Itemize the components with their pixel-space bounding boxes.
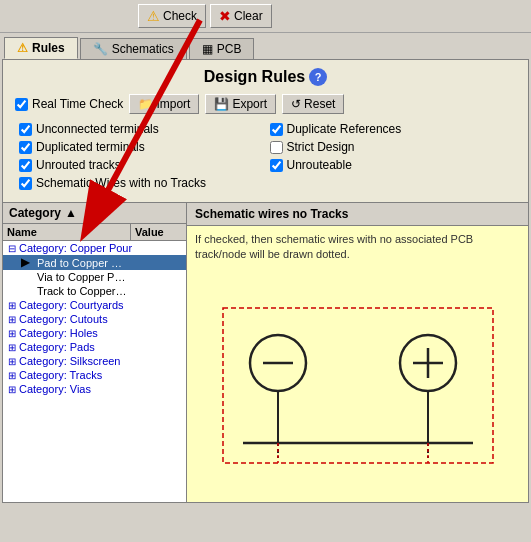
check-unconnected: Unconnected terminals — [19, 122, 262, 136]
pad-copper-label: Pad to Copper Pour — [33, 257, 129, 269]
category-silkscreen[interactable]: ⊞ Category: Silkscreen — [3, 354, 186, 368]
rules-tab-label: Rules — [32, 41, 65, 55]
check-button[interactable]: ⚠ Check — [138, 4, 206, 28]
category-header-label: Category — [9, 206, 61, 220]
checkbox-grid: Unconnected terminals Duplicate Referenc… — [11, 122, 520, 172]
col-name-header: Name — [3, 224, 131, 240]
category-pads-label: Category: Pads — [19, 341, 95, 353]
schematics-tab-icon: 🔧 — [93, 42, 108, 56]
reset-button[interactable]: ↺ Reset — [282, 94, 344, 114]
export-button[interactable]: 💾 Export — [205, 94, 276, 114]
category-copper-pour[interactable]: ⊟ Category: Copper Pour — [3, 241, 186, 255]
list-columns: Name Value — [3, 224, 186, 241]
category-vias-label: Category: Vias — [19, 383, 91, 395]
check-label: Check — [163, 9, 197, 23]
tabs-bar: ⚠ Rules 🔧 Schematics ▦ PCB — [0, 33, 531, 59]
via-copper-label: Via to Copper Pour — [33, 271, 129, 283]
tab-pcb[interactable]: ▦ PCB — [189, 38, 255, 59]
schematic-wires-row: Schematic Wires with no Tracks — [11, 172, 520, 194]
import-icon: 📁 — [138, 97, 153, 111]
reset-icon: ↺ — [291, 97, 301, 111]
clear-label: Clear — [234, 9, 263, 23]
check-duplicated-terminals: Duplicated terminals — [19, 140, 262, 154]
duplicated-terminals-label: Duplicated terminals — [36, 140, 145, 154]
track-copper-label: Track to Copper P... — [33, 285, 129, 297]
bottom-area: Category ▲ Name Value ⊟ Category: Copper… — [2, 203, 529, 503]
unrouteable-label: Unrouteable — [287, 158, 352, 172]
check-strict-design: Strict Design — [270, 140, 513, 154]
unrouted-tracks-label: Unrouted tracks — [36, 158, 121, 172]
category-tracks-label: Category: Tracks — [19, 369, 102, 381]
row-arrow-icon: ▶ — [21, 256, 33, 269]
schematic-diagram — [187, 269, 528, 502]
check-unrouted-tracks: Unrouted tracks — [19, 158, 262, 172]
category-vias[interactable]: ⊞ Category: Vias — [3, 382, 186, 396]
tooltip-description: If checked, then schematic wires with no… — [187, 226, 528, 269]
right-panel: Schematic wires no Tracks If checked, th… — [187, 203, 529, 503]
duplicated-terminals-checkbox[interactable] — [19, 141, 32, 154]
import-button[interactable]: 📁 Import — [129, 94, 199, 114]
col-value-header: Value — [131, 224, 186, 240]
unrouteable-checkbox[interactable] — [270, 159, 283, 172]
track-to-copper-pour-item[interactable]: Track to Copper P... — [3, 284, 186, 298]
panel-title: Design Rules — [204, 68, 305, 86]
expand-pads-icon: ⊞ — [5, 342, 19, 353]
schematics-tab-label: Schematics — [112, 42, 174, 56]
expand-courtyards-icon: ⊞ — [5, 300, 19, 311]
category-silkscreen-label: Category: Silkscreen — [19, 355, 121, 367]
category-courtyards-label: Category: Courtyards — [19, 299, 124, 311]
expand-cutouts-icon: ⊞ — [5, 314, 19, 325]
duplicate-refs-checkbox[interactable] — [270, 123, 283, 136]
title-row: Design Rules ? — [11, 68, 520, 86]
clear-icon: ✖ — [219, 8, 231, 24]
schematic-wires-label: Schematic Wires with no Tracks — [36, 176, 206, 190]
category-cutouts-label: Category: Cutouts — [19, 313, 108, 325]
schematic-wires-checkbox[interactable] — [19, 177, 32, 190]
left-panel: Category ▲ Name Value ⊟ Category: Copper… — [2, 203, 187, 503]
category-copper-pour-label: Category: Copper Pour — [19, 242, 132, 254]
pcb-tab-label: PCB — [217, 42, 242, 56]
category-courtyards[interactable]: ⊞ Category: Courtyards — [3, 298, 186, 312]
list-body: ⊟ Category: Copper Pour ▶ Pad to Copper … — [3, 241, 186, 502]
unrouted-tracks-checkbox[interactable] — [19, 159, 32, 172]
realtime-check-label: Real Time Check — [32, 97, 123, 111]
category-tracks[interactable]: ⊞ Category: Tracks — [3, 368, 186, 382]
tab-schematics[interactable]: 🔧 Schematics — [80, 38, 187, 59]
expand-vias-icon: ⊞ — [5, 384, 19, 395]
help-icon[interactable]: ? — [309, 68, 327, 86]
pad-to-copper-pour-item[interactable]: ▶ Pad to Copper Pour — [3, 255, 186, 270]
expand-icon: ⊟ — [5, 243, 19, 254]
pcb-tab-icon: ▦ — [202, 42, 213, 56]
unconnected-checkbox[interactable] — [19, 123, 32, 136]
export-icon: 💾 — [214, 97, 229, 111]
expand-holes-icon: ⊞ — [5, 328, 19, 339]
list-header: Category ▲ — [3, 203, 186, 224]
sort-asc-icon: ▲ — [65, 206, 77, 220]
category-holes-label: Category: Holes — [19, 327, 98, 339]
via-to-copper-pour-item[interactable]: Via to Copper Pour — [3, 270, 186, 284]
check-duplicate-refs: Duplicate References — [270, 122, 513, 136]
check-unrouteable: Unrouteable — [270, 158, 513, 172]
realtime-check-checkbox[interactable] — [15, 98, 28, 111]
duplicate-refs-label: Duplicate References — [287, 122, 402, 136]
tooltip-header: Schematic wires no Tracks — [187, 203, 528, 226]
expand-tracks-icon: ⊞ — [5, 370, 19, 381]
category-pads[interactable]: ⊞ Category: Pads — [3, 340, 186, 354]
strict-design-label: Strict Design — [287, 140, 355, 154]
rules-tab-icon: ⚠ — [17, 41, 28, 55]
warn-icon: ⚠ — [147, 8, 160, 24]
design-rules-panel: Design Rules ? Real Time Check 📁 Import … — [2, 59, 529, 203]
category-holes[interactable]: ⊞ Category: Holes — [3, 326, 186, 340]
unconnected-label: Unconnected terminals — [36, 122, 159, 136]
strict-design-checkbox[interactable] — [270, 141, 283, 154]
expand-silkscreen-icon: ⊞ — [5, 356, 19, 367]
tab-rules[interactable]: ⚠ Rules — [4, 37, 78, 59]
top-toolbar: ⚠ Check ✖ Clear — [0, 0, 531, 33]
clear-button[interactable]: ✖ Clear — [210, 4, 272, 28]
category-cutouts[interactable]: ⊞ Category: Cutouts — [3, 312, 186, 326]
